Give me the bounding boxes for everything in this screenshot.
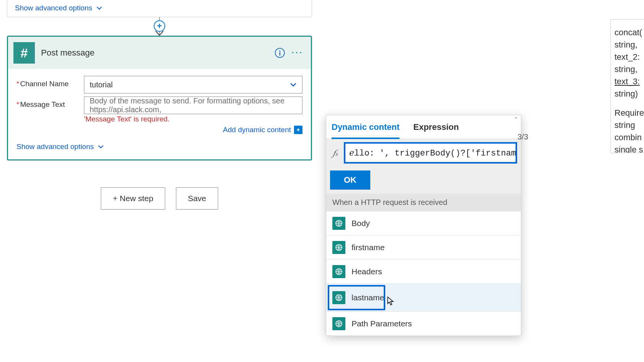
- post-message-card: # Post message ··· *Channel Name tutoria…: [7, 36, 312, 161]
- token-body[interactable]: Body: [326, 211, 521, 236]
- show-advanced-label: Show advanced options: [16, 143, 94, 151]
- info-icon[interactable]: [274, 47, 286, 59]
- token-group-header: When a HTTP request is received: [326, 193, 521, 211]
- concat-tooltip: concat( string, text_2: string, text_3: …: [610, 19, 644, 153]
- new-step-button[interactable]: + New step: [101, 187, 165, 210]
- pager: 3/3: [518, 133, 528, 141]
- save-button[interactable]: Save: [176, 187, 218, 210]
- more-menu-icon[interactable]: ···: [292, 47, 303, 59]
- dynamic-content-panel: Dynamic content Expression ˆ 𝑓x ℯllo: ',…: [326, 115, 521, 336]
- token-path-parameters[interactable]: Path Parameters: [326, 312, 521, 336]
- add-dynamic-content-button[interactable]: +: [294, 126, 302, 134]
- token-lastname[interactable]: lastname: [326, 284, 521, 312]
- http-icon: [332, 217, 345, 230]
- scroll-up-icon[interactable]: ˆ: [513, 117, 519, 124]
- channel-name-label: *Channel Name: [16, 76, 84, 88]
- show-advanced-options-link[interactable]: Show advanced options: [16, 143, 104, 151]
- channel-name-select[interactable]: tutorial: [84, 76, 302, 93]
- chevron-down-icon: [98, 144, 104, 150]
- http-icon: [332, 241, 345, 254]
- arrow-down-icon: [155, 31, 164, 36]
- svg-rect-2: [279, 52, 281, 56]
- post-message-title: Post message: [41, 48, 268, 58]
- cursor-icon: [386, 296, 396, 306]
- chevron-down-icon: [290, 81, 297, 88]
- fx-icon: 𝑓x: [330, 148, 341, 158]
- http-icon: [332, 317, 345, 330]
- insert-step-button[interactable]: +: [154, 20, 165, 32]
- add-dynamic-content-link[interactable]: Add dynamic content: [223, 126, 291, 134]
- post-message-header[interactable]: # Post message ···: [8, 37, 311, 69]
- token-firstname[interactable]: firstname: [326, 236, 521, 260]
- previous-step-footer: Show advanced options: [7, 0, 312, 17]
- channel-name-value: tutorial: [90, 80, 113, 89]
- message-text-label: *Message Text: [16, 97, 84, 109]
- http-icon: [332, 265, 345, 278]
- connector: +: [7, 17, 312, 36]
- token-headers[interactable]: Headers: [326, 260, 521, 284]
- message-text-placeholder: Body of the message to send. For formatt…: [90, 97, 297, 114]
- expression-input[interactable]: ℯllo: ', triggerBody()?['firstname'], tr…: [344, 142, 517, 164]
- message-text-error: 'Message Text' is required.: [84, 115, 302, 123]
- tab-dynamic-content[interactable]: Dynamic content: [332, 122, 399, 139]
- message-text-input[interactable]: Body of the message to send. For formatt…: [84, 97, 302, 114]
- svg-point-1: [279, 50, 280, 51]
- chevron-down-icon: [96, 5, 102, 11]
- tab-expression[interactable]: Expression: [413, 122, 459, 139]
- show-advanced-options-link-top[interactable]: Show advanced options: [15, 4, 102, 12]
- slack-icon: #: [13, 42, 35, 64]
- http-icon: [332, 291, 345, 304]
- ok-button[interactable]: OK: [330, 170, 370, 190]
- show-advanced-label: Show advanced options: [15, 4, 92, 12]
